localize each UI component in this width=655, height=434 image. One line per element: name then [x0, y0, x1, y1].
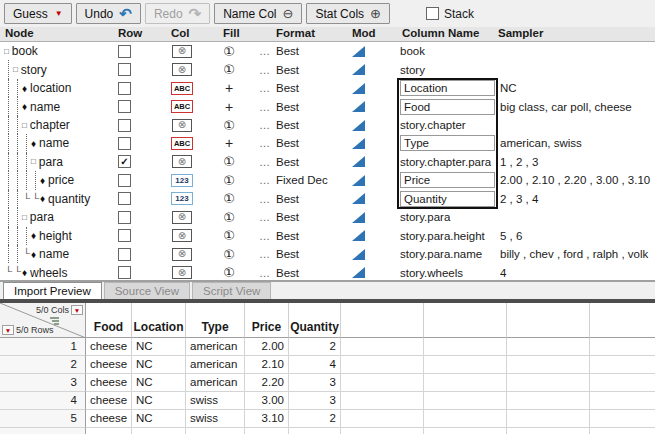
format-value[interactable]: Best	[276, 42, 299, 60]
name-col-button[interactable]: Name Col ⊖	[214, 3, 302, 24]
mod-triangle-icon[interactable]	[352, 193, 365, 204]
guess-button[interactable]: Guess ▼	[4, 3, 72, 24]
fill-plus-icon[interactable]: +	[225, 80, 233, 96]
tab-script-view[interactable]: Script View	[192, 282, 271, 299]
mod-triangle-icon[interactable]	[352, 64, 365, 75]
format-dots-button[interactable]: …	[259, 208, 271, 226]
mod-triangle-icon[interactable]	[352, 101, 365, 112]
preview-cell[interactable]: NC	[132, 410, 186, 428]
preview-cell[interactable]	[507, 374, 590, 392]
preview-cell[interactable]: 2.20	[245, 374, 289, 392]
preview-cell[interactable]	[245, 428, 289, 434]
redo-button[interactable]: Redo ↷	[145, 3, 210, 24]
preview-cell[interactable]: NC	[132, 338, 186, 356]
preview-cell[interactable]: 2	[289, 410, 341, 428]
row-checkbox[interactable]	[118, 119, 131, 132]
preview-cell[interactable]: cheese	[86, 392, 132, 410]
preview-cell[interactable]: NC	[132, 356, 186, 374]
mod-triangle-icon[interactable]	[352, 230, 365, 241]
fill-once-icon[interactable]: ①	[223, 44, 235, 59]
preview-cell[interactable]	[132, 428, 186, 434]
preview-cell[interactable]	[289, 428, 341, 434]
preview-column-header[interactable]: Price	[245, 303, 289, 338]
excluded-column-icon[interactable]: ⊗	[172, 211, 192, 224]
fill-once-icon[interactable]: ①	[223, 191, 235, 206]
excluded-column-icon[interactable]: ⊗	[172, 229, 192, 242]
row-checkbox[interactable]	[118, 137, 131, 150]
preview-cell[interactable]: swiss	[186, 410, 245, 428]
mod-triangle-icon[interactable]	[352, 46, 365, 57]
preview-row-number[interactable]: 4	[0, 392, 86, 410]
preview-cell[interactable]	[424, 428, 507, 434]
numeric-column-icon[interactable]: 123	[171, 192, 192, 205]
column-name-input[interactable]: Price	[400, 172, 495, 188]
fill-once-icon[interactable]: ①	[223, 247, 235, 262]
numeric-column-icon[interactable]: 123	[171, 174, 192, 187]
format-value[interactable]: Best	[276, 116, 299, 134]
format-value[interactable]: Best	[276, 153, 299, 171]
row-checkbox[interactable]	[118, 82, 131, 95]
column-name-input[interactable]: Food	[400, 99, 495, 115]
format-dots-button[interactable]: …	[259, 116, 271, 134]
row-checkbox[interactable]	[118, 174, 131, 187]
preview-cell[interactable]: american	[186, 338, 245, 356]
fill-plus-icon[interactable]: +	[225, 135, 233, 151]
preview-cell[interactable]	[341, 392, 424, 410]
preview-cell[interactable]	[507, 356, 590, 374]
tab-source-view[interactable]: Source View	[104, 282, 190, 299]
fill-plus-icon[interactable]: +	[225, 99, 233, 115]
format-value[interactable]: Best	[276, 263, 299, 281]
column-name-input[interactable]: Quantity	[400, 191, 495, 207]
mod-triangle-icon[interactable]	[352, 267, 365, 278]
preview-row-number[interactable]: 5	[0, 410, 86, 428]
format-dots-button[interactable]: …	[259, 245, 271, 263]
fill-once-icon[interactable]: ①	[223, 173, 235, 188]
preview-column-header[interactable]: Type	[186, 303, 245, 338]
preview-cell[interactable]: 3.10	[245, 410, 289, 428]
fill-once-icon[interactable]: ①	[223, 118, 235, 133]
format-dots-button[interactable]: …	[259, 97, 271, 115]
preview-cell[interactable]	[341, 410, 424, 428]
preview-column-header[interactable]: Quantity	[289, 303, 341, 338]
format-dots-button[interactable]: …	[259, 60, 271, 78]
preview-cell[interactable]	[424, 338, 507, 356]
stack-checkbox[interactable]	[426, 7, 439, 20]
preview-cell[interactable]	[424, 392, 507, 410]
preview-cell[interactable]: cheese	[86, 356, 132, 374]
preview-column-header[interactable]	[590, 303, 655, 338]
mod-triangle-icon[interactable]	[352, 138, 365, 149]
row-checkbox[interactable]	[118, 229, 131, 242]
preview-cell[interactable]: american	[186, 374, 245, 392]
format-dots-button[interactable]: …	[259, 79, 271, 97]
preview-cell[interactable]	[424, 410, 507, 428]
preview-cell[interactable]: cheese	[86, 374, 132, 392]
format-dots-button[interactable]: …	[259, 171, 271, 189]
preview-cell[interactable]	[507, 392, 590, 410]
fill-once-icon[interactable]: ①	[223, 62, 235, 77]
row-checkbox[interactable]	[118, 100, 131, 113]
preview-column-header[interactable]: Location	[132, 303, 186, 338]
excluded-column-icon[interactable]: ⊗	[172, 63, 192, 76]
preview-cell[interactable]: 3	[289, 374, 341, 392]
format-dots-button[interactable]: …	[259, 153, 271, 171]
preview-row-number[interactable]	[0, 428, 86, 434]
preview-cell[interactable]: 2.00	[245, 338, 289, 356]
column-name-input[interactable]: Type	[400, 135, 495, 151]
format-value[interactable]: Best	[276, 79, 299, 97]
row-checkbox[interactable]	[118, 211, 131, 224]
preview-cell[interactable]	[590, 374, 655, 392]
preview-row-number[interactable]: 1	[0, 338, 86, 356]
preview-column-header[interactable]	[424, 303, 507, 338]
mod-triangle-icon[interactable]	[352, 212, 365, 223]
mod-triangle-icon[interactable]	[352, 175, 365, 186]
row-checkbox[interactable]: ✓	[118, 155, 131, 168]
preview-cell[interactable]	[341, 428, 424, 434]
mod-triangle-icon[interactable]	[352, 120, 365, 131]
preview-cell[interactable]	[424, 356, 507, 374]
row-checkbox[interactable]	[118, 266, 131, 279]
format-dots-button[interactable]: …	[259, 134, 271, 152]
preview-cell[interactable]	[507, 410, 590, 428]
row-checkbox[interactable]	[118, 45, 131, 58]
fill-once-icon[interactable]: ①	[223, 228, 235, 243]
mod-triangle-icon[interactable]	[352, 249, 365, 260]
